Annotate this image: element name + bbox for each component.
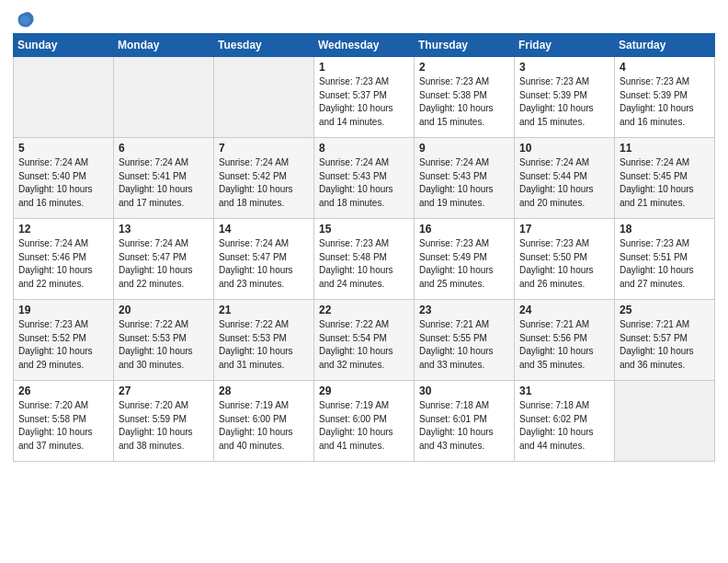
day-info: Sunrise: 7:24 AMSunset: 5:43 PMDaylight:…: [419, 156, 509, 210]
calendar-cell: 18 Sunrise: 7:23 AMSunset: 5:51 PMDaylig…: [615, 219, 715, 300]
day-number: 22: [319, 304, 409, 316]
calendar-cell: [615, 381, 715, 462]
day-info: Sunrise: 7:24 AMSunset: 5:42 PMDaylight:…: [219, 156, 309, 210]
calendar-week-row: 26 Sunrise: 7:20 AMSunset: 5:58 PMDaylig…: [14, 381, 715, 462]
day-number: 25: [620, 304, 710, 316]
calendar-day-header: Monday: [114, 34, 214, 57]
day-info: Sunrise: 7:24 AMSunset: 5:45 PMDaylight:…: [620, 156, 710, 210]
day-number: 3: [519, 61, 609, 74]
day-info: Sunrise: 7:22 AMSunset: 5:53 PMDaylight:…: [219, 318, 309, 372]
day-number: 16: [419, 223, 509, 236]
day-number: 6: [119, 142, 209, 155]
day-info: Sunrise: 7:21 AMSunset: 5:55 PMDaylight:…: [419, 318, 509, 372]
calendar-cell: 5 Sunrise: 7:24 AMSunset: 5:40 PMDayligh…: [14, 138, 114, 219]
calendar-day-header: Tuesday: [214, 34, 314, 57]
calendar-cell: 3 Sunrise: 7:23 AMSunset: 5:39 PMDayligh…: [515, 57, 615, 138]
day-info: Sunrise: 7:24 AMSunset: 5:47 PMDaylight:…: [219, 237, 309, 291]
day-info: Sunrise: 7:19 AMSunset: 6:00 PMDaylight:…: [219, 399, 309, 453]
day-number: 24: [519, 304, 609, 316]
day-number: 15: [319, 223, 409, 236]
calendar-cell: 14 Sunrise: 7:24 AMSunset: 5:47 PMDaylig…: [214, 219, 314, 300]
calendar-day-header: Sunday: [14, 34, 114, 57]
day-number: 19: [18, 304, 108, 316]
day-info: Sunrise: 7:23 AMSunset: 5:52 PMDaylight:…: [18, 318, 108, 372]
day-number: 26: [18, 385, 108, 397]
day-number: 4: [620, 61, 710, 74]
day-info: Sunrise: 7:23 AMSunset: 5:39 PMDaylight:…: [519, 75, 609, 129]
calendar-cell: 12 Sunrise: 7:24 AMSunset: 5:46 PMDaylig…: [14, 219, 114, 300]
calendar-cell: [14, 57, 114, 138]
calendar-cell: 23 Sunrise: 7:21 AMSunset: 5:55 PMDaylig…: [415, 300, 515, 381]
calendar-cell: 30 Sunrise: 7:18 AMSunset: 6:01 PMDaylig…: [415, 381, 515, 462]
day-info: Sunrise: 7:22 AMSunset: 5:54 PMDaylight:…: [319, 318, 409, 372]
day-info: Sunrise: 7:23 AMSunset: 5:49 PMDaylight:…: [419, 237, 509, 291]
calendar-day-header: Friday: [515, 34, 615, 57]
page-container: SundayMondayTuesdayWednesdayThursdayFrid…: [0, 0, 728, 471]
day-number: 12: [18, 223, 108, 236]
day-number: 11: [620, 142, 710, 155]
calendar-cell: 21 Sunrise: 7:22 AMSunset: 5:53 PMDaylig…: [214, 300, 314, 381]
calendar-week-row: 19 Sunrise: 7:23 AMSunset: 5:52 PMDaylig…: [14, 300, 715, 381]
calendar-cell: 29 Sunrise: 7:19 AMSunset: 6:00 PMDaylig…: [314, 381, 415, 462]
day-number: 9: [419, 142, 509, 155]
calendar-cell: 26 Sunrise: 7:20 AMSunset: 5:58 PMDaylig…: [14, 381, 114, 462]
day-info: Sunrise: 7:24 AMSunset: 5:47 PMDaylight:…: [119, 237, 209, 291]
day-info: Sunrise: 7:23 AMSunset: 5:38 PMDaylight:…: [419, 75, 509, 129]
day-info: Sunrise: 7:24 AMSunset: 5:44 PMDaylight:…: [519, 156, 609, 210]
calendar-cell: 4 Sunrise: 7:23 AMSunset: 5:39 PMDayligh…: [615, 57, 715, 138]
day-number: 29: [319, 385, 409, 397]
calendar-week-row: 5 Sunrise: 7:24 AMSunset: 5:40 PMDayligh…: [14, 138, 715, 219]
day-number: 20: [119, 304, 209, 316]
day-info: Sunrise: 7:23 AMSunset: 5:48 PMDaylight:…: [319, 237, 409, 291]
day-number: 1: [319, 61, 409, 74]
calendar-cell: 22 Sunrise: 7:22 AMSunset: 5:54 PMDaylig…: [314, 300, 415, 381]
calendar-cell: [214, 57, 314, 138]
calendar-cell: 2 Sunrise: 7:23 AMSunset: 5:38 PMDayligh…: [415, 57, 515, 138]
calendar-cell: 19 Sunrise: 7:23 AMSunset: 5:52 PMDaylig…: [14, 300, 114, 381]
day-info: Sunrise: 7:21 AMSunset: 5:56 PMDaylight:…: [519, 318, 609, 372]
calendar-day-header: Thursday: [415, 34, 515, 57]
day-number: 21: [219, 304, 309, 316]
day-number: 28: [219, 385, 309, 397]
calendar-cell: 15 Sunrise: 7:23 AMSunset: 5:48 PMDaylig…: [314, 219, 415, 300]
day-info: Sunrise: 7:24 AMSunset: 5:41 PMDaylight:…: [119, 156, 209, 210]
calendar-cell: 25 Sunrise: 7:21 AMSunset: 5:57 PMDaylig…: [615, 300, 715, 381]
day-info: Sunrise: 7:23 AMSunset: 5:39 PMDaylight:…: [620, 75, 710, 129]
calendar-cell: 27 Sunrise: 7:20 AMSunset: 5:59 PMDaylig…: [114, 381, 214, 462]
calendar-cell: 24 Sunrise: 7:21 AMSunset: 5:56 PMDaylig…: [515, 300, 615, 381]
calendar-cell: 9 Sunrise: 7:24 AMSunset: 5:43 PMDayligh…: [415, 138, 515, 219]
day-info: Sunrise: 7:21 AMSunset: 5:57 PMDaylight:…: [620, 318, 710, 372]
calendar-cell: 28 Sunrise: 7:19 AMSunset: 6:00 PMDaylig…: [214, 381, 314, 462]
day-info: Sunrise: 7:24 AMSunset: 5:40 PMDaylight:…: [18, 156, 108, 210]
calendar-day-header: Wednesday: [314, 34, 415, 57]
calendar-cell: 10 Sunrise: 7:24 AMSunset: 5:44 PMDaylig…: [515, 138, 615, 219]
day-number: 2: [419, 61, 509, 74]
day-info: Sunrise: 7:20 AMSunset: 5:59 PMDaylight:…: [119, 399, 209, 453]
day-number: 27: [119, 385, 209, 397]
day-number: 13: [119, 223, 209, 236]
day-info: Sunrise: 7:22 AMSunset: 5:53 PMDaylight:…: [119, 318, 209, 372]
header: [13, 9, 715, 26]
day-number: 14: [219, 223, 309, 236]
day-number: 17: [519, 223, 609, 236]
calendar-table: SundayMondayTuesdayWednesdayThursdayFrid…: [13, 33, 715, 462]
day-info: Sunrise: 7:23 AMSunset: 5:51 PMDaylight:…: [620, 237, 710, 291]
calendar-cell: 7 Sunrise: 7:24 AMSunset: 5:42 PMDayligh…: [214, 138, 314, 219]
day-number: 10: [519, 142, 609, 155]
day-info: Sunrise: 7:23 AMSunset: 5:37 PMDaylight:…: [319, 75, 409, 129]
day-info: Sunrise: 7:18 AMSunset: 6:01 PMDaylight:…: [419, 399, 509, 453]
day-number: 8: [319, 142, 409, 155]
day-info: Sunrise: 7:18 AMSunset: 6:02 PMDaylight:…: [519, 399, 609, 453]
day-info: Sunrise: 7:20 AMSunset: 5:58 PMDaylight:…: [18, 399, 108, 453]
day-number: 30: [419, 385, 509, 397]
calendar-cell: 20 Sunrise: 7:22 AMSunset: 5:53 PMDaylig…: [114, 300, 214, 381]
calendar-cell: 6 Sunrise: 7:24 AMSunset: 5:41 PMDayligh…: [114, 138, 214, 219]
calendar-cell: 8 Sunrise: 7:24 AMSunset: 5:43 PMDayligh…: [314, 138, 415, 219]
day-number: 7: [219, 142, 309, 155]
day-number: 23: [419, 304, 509, 316]
day-info: Sunrise: 7:24 AMSunset: 5:43 PMDaylight:…: [319, 156, 409, 210]
day-number: 5: [18, 142, 108, 155]
day-info: Sunrise: 7:23 AMSunset: 5:50 PMDaylight:…: [519, 237, 609, 291]
logo: [13, 9, 35, 26]
logo-icon: [15, 9, 35, 29]
